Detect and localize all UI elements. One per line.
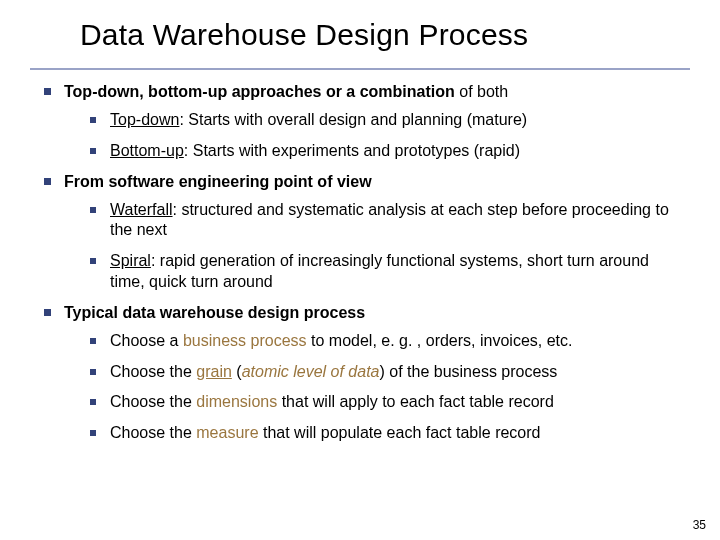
sub-text: ( (232, 363, 242, 380)
bullet-lead-bold: Top-down, bottom-up approaches or a comb… (64, 83, 455, 100)
sub-text: : rapid generation of increasingly funct… (110, 252, 649, 290)
sub-text: Choose a (110, 332, 183, 349)
slide-body: Top-down, bottom-up approaches or a comb… (30, 82, 690, 444)
bullet-item: Top-down, bottom-up approaches or a comb… (40, 82, 686, 162)
slide-title: Data Warehouse Design Process (30, 18, 690, 62)
bullet-lead-bold: From software engineering point of view (64, 173, 372, 190)
sub-text: Choose the (110, 363, 196, 380)
sub-bullet-item: Bottom-up: Starts with experiments and p… (88, 141, 686, 162)
sub-bullet-item: Choose the measure that will populate ea… (88, 423, 686, 444)
sub-bullet-list: Choose a business process to model, e. g… (64, 331, 686, 444)
sub-text: to model, e. g. , orders, invoices, etc. (307, 332, 573, 349)
term-underline: Spiral (110, 252, 151, 269)
term-underline: Top-down (110, 111, 179, 128)
bullet-item: From software engineering point of view … (40, 172, 686, 293)
bullet-lead-bold: Typical data warehouse design process (64, 304, 365, 321)
sub-text: : Starts with experiments and prototypes… (184, 142, 520, 159)
sub-bullet-item: Choose the dimensions that will apply to… (88, 392, 686, 413)
title-divider (30, 68, 690, 70)
bullet-list: Top-down, bottom-up approaches or a comb… (40, 82, 686, 444)
slide: Data Warehouse Design Process Top-down, … (0, 0, 720, 540)
sub-bullet-list: Top-down: Starts with overall design and… (64, 110, 686, 162)
term-highlight: measure (196, 424, 258, 441)
term-highlight: dimensions (196, 393, 277, 410)
sub-text: : Starts with overall design and plannin… (179, 111, 527, 128)
term-highlight: business process (183, 332, 307, 349)
sub-text: that will apply to each fact table recor… (277, 393, 554, 410)
sub-bullet-item: Spiral: rapid generation of increasingly… (88, 251, 686, 293)
sub-bullet-item: Choose the grain (atomic level of data) … (88, 362, 686, 383)
bullet-item: Typical data warehouse design process Ch… (40, 303, 686, 444)
page-number: 35 (693, 518, 706, 532)
sub-bullet-list: Waterfall: structured and systematic ana… (64, 200, 686, 293)
sub-bullet-item: Waterfall: structured and systematic ana… (88, 200, 686, 242)
term-underline: Waterfall (110, 201, 173, 218)
term-underline: Bottom-up (110, 142, 184, 159)
sub-text: that will populate each fact table recor… (259, 424, 541, 441)
term-highlight-underline: grain (196, 363, 232, 380)
sub-text: : structured and systematic analysis at … (110, 201, 669, 239)
sub-bullet-item: Choose a business process to model, e. g… (88, 331, 686, 352)
bullet-lead-tail: of both (455, 83, 508, 100)
sub-text: Choose the (110, 424, 196, 441)
sub-text: ) of the business process (380, 363, 558, 380)
sub-bullet-item: Top-down: Starts with overall design and… (88, 110, 686, 131)
term-highlight-italic: atomic level of data (242, 363, 380, 380)
sub-text: Choose the (110, 393, 196, 410)
